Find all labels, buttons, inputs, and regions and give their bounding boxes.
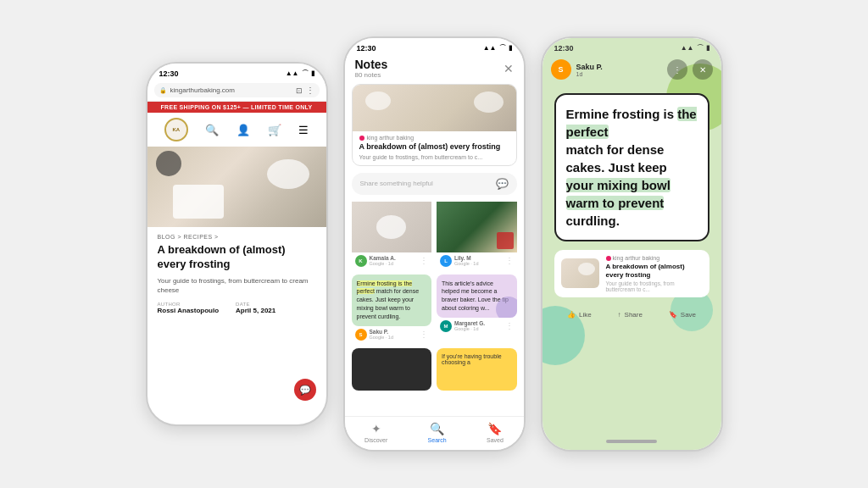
lock-icon: 🔒 <box>159 87 167 94</box>
user-2: L Lily. M Google · 1d ⋮ <box>437 252 517 269</box>
nav-discover[interactable]: ✦ Discover <box>364 422 387 443</box>
p3-action-row: 👍 Like ↑ Share 🔖 Save <box>542 304 721 325</box>
p3-source-title: A breakdown of (almost) every frosting <box>606 263 703 280</box>
bowl-decoration <box>267 159 309 189</box>
grid-item-1: K Kamala A. Google · 1d ⋮ <box>352 202 432 269</box>
more-dots-1[interactable]: ⋮ <box>420 256 428 265</box>
p1-nav: KA 🔍 👤 🛒 ☰ <box>147 113 326 147</box>
promo-banner: FREE SHIPPING ON $125+ — LIMITED TIME ON… <box>147 102 326 113</box>
share-icon-p3: ↑ <box>618 311 621 319</box>
p3-source-desc: Your guide to frostings, from buttercrea… <box>606 280 703 292</box>
wifi-icon-3: ⌒ <box>697 43 704 53</box>
status-icons-3: ▲▲ ⌒ ▮ <box>681 43 709 53</box>
p3-background: 12:30 ▲▲ ⌒ ▮ S Saku P. 1d ⋮ <box>542 38 721 450</box>
bottom-card-yellow: If you're having trouble choosing a <box>437 348 517 391</box>
time-3: 12:30 <box>554 44 574 53</box>
notes-title: Notes <box>355 58 388 71</box>
save-icon: 🔖 <box>669 311 677 319</box>
note-card-2: This article's advice helped me become a… <box>437 274 517 343</box>
more-dots-4[interactable]: ⋮ <box>505 321 514 330</box>
more-icon[interactable]: ⋮ <box>306 86 314 95</box>
grid-image-2 <box>437 202 517 252</box>
notes-count: 80 notes <box>355 71 388 79</box>
note-card-green: Ermine frosting is the perfect match for… <box>352 274 432 326</box>
signal-icon-2: ▲▲ <box>483 44 497 52</box>
note-cards: Ermine frosting is the perfect match for… <box>352 274 517 343</box>
close-button-p3[interactable]: ✕ <box>693 59 713 80</box>
nav-saved[interactable]: 🔖 Saved <box>487 422 504 443</box>
note-line-2: match for dense cakes. Just keep <box>566 142 667 175</box>
discover-icon: ✦ <box>371 422 381 435</box>
author-value: Rossi Anastopoulo <box>158 307 220 314</box>
wifi-icon: ⌒ <box>302 69 309 78</box>
search-icon-nav: 🔍 <box>430 422 444 435</box>
status-bar-1: 12:30 ▲▲ ⌒ ▮ <box>147 64 326 80</box>
note-line-1: Ermine frosting is <box>566 107 678 121</box>
p3-source-card[interactable]: king arthur baking A breakdown of (almos… <box>554 250 709 297</box>
source-image-bowl <box>474 92 504 113</box>
brand-logo[interactable]: KA <box>164 118 188 141</box>
hero-image <box>147 147 326 227</box>
p3-source-content: king arthur baking A breakdown of (almos… <box>606 255 703 292</box>
menu-icon[interactable]: ☰ <box>298 124 309 136</box>
note-line-3: warm to prevent <box>566 196 665 210</box>
share-button[interactable]: ↑ Share <box>618 311 643 319</box>
close-button[interactable]: ✕ <box>504 62 514 75</box>
p3-avatar: S <box>551 59 571 80</box>
search-icon[interactable]: 🔍 <box>205 124 219 136</box>
p3-username: Saku P. <box>576 63 603 71</box>
notes-header: Notes 80 notes ✕ <box>345 54 524 84</box>
source-title: A breakdown of (almost) every frosting <box>359 142 509 152</box>
like-icon: 👍 <box>567 311 576 319</box>
cart-icon[interactable]: 🛒 <box>268 124 281 136</box>
more-dots-3[interactable]: ⋮ <box>420 330 428 339</box>
url-bar[interactable]: 🔒 kingarthurbaking.com ⊡ ⋮ <box>154 83 320 97</box>
source-card-image <box>353 85 516 131</box>
article-subtitle: Your guide to frostings, from buttercrea… <box>158 276 316 295</box>
p3-time: 1d <box>576 71 603 77</box>
p3-user-info: S Saku P. 1d <box>551 59 603 80</box>
p1-header: 🔒 kingarthurbaking.com ⊡ ⋮ <box>147 80 326 102</box>
avatar-3: S <box>355 329 367 341</box>
status-bar-2: 12:30 ▲▲ ⌒ ▮ <box>345 38 524 54</box>
source-domain: king arthur baking <box>359 135 509 141</box>
share-fab-icon: 💬 <box>299 385 311 396</box>
berries-decoration <box>156 151 181 176</box>
like-button[interactable]: 👍 Like <box>567 311 592 319</box>
bottom-card-dark <box>352 348 432 391</box>
time-2: 12:30 <box>357 44 376 53</box>
nav-search[interactable]: 🔍 Search <box>428 422 447 443</box>
battery-icon-2: ▮ <box>509 44 512 52</box>
account-icon[interactable]: 👤 <box>236 124 250 136</box>
saved-label: Saved <box>487 437 504 443</box>
share-label: Share <box>625 311 643 319</box>
battery-icon-3: ▮ <box>706 44 709 52</box>
share-fab[interactable]: 💬 <box>294 379 316 401</box>
signal-icon-3: ▲▲ <box>681 44 694 52</box>
note-card-1: Ermine frosting is the perfect match for… <box>352 274 432 343</box>
save-button[interactable]: 🔖 Save <box>669 311 696 319</box>
share-placeholder: Share something helpful <box>360 180 433 187</box>
avatar-2: L <box>440 255 452 267</box>
article-content: BLOG > RECIPES > A breakdown of (almost)… <box>147 227 326 321</box>
more-dots-2[interactable]: ⋮ <box>505 256 514 265</box>
bottom-grid: If you're having trouble choosing a <box>352 348 517 391</box>
user-1: K Kamala A. Google · 1d ⋮ <box>352 252 432 269</box>
share-bar[interactable]: Share something helpful 💬 <box>352 173 517 195</box>
note-card-purple: This article's advice helped me become a… <box>437 274 517 318</box>
url-text: kingarthurbaking.com <box>170 86 292 94</box>
more-button[interactable]: ⋮ <box>667 59 687 80</box>
source-card[interactable]: king arthur baking A breakdown of (almos… <box>352 84 517 166</box>
tab-icon: ⊡ <box>296 86 303 95</box>
grid-image-1 <box>352 202 432 252</box>
wifi-icon-2: ⌒ <box>499 43 506 53</box>
time-1: 12:30 <box>159 69 179 78</box>
main-note-card: Ermine frosting is the perfect match for… <box>554 93 709 241</box>
battery-icon: ▮ <box>311 69 314 77</box>
main-note-text: Ermine frosting is the perfect match for… <box>566 105 698 230</box>
p3-domain-dot <box>606 256 611 261</box>
avatar-1: K <box>355 255 367 267</box>
user-3: S Saku P. Google · 1d ⋮ <box>352 326 432 343</box>
like-label: Like <box>579 311 592 319</box>
discover-label: Discover <box>364 437 387 443</box>
